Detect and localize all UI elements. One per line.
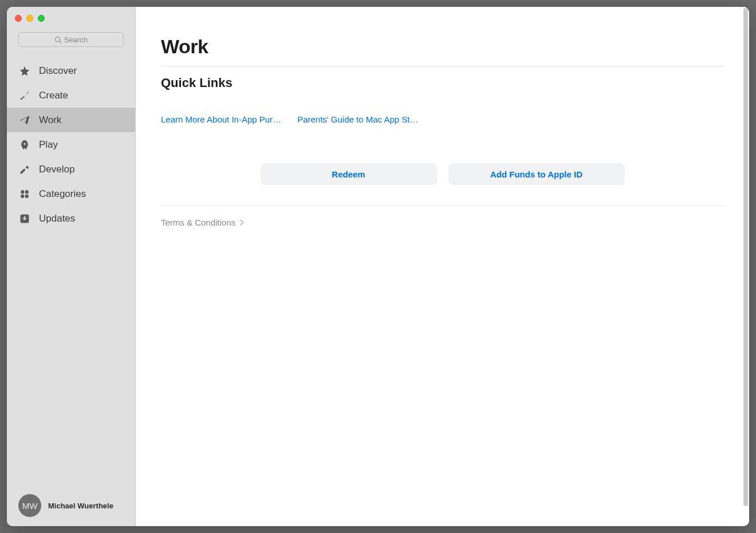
sidebar-item-label: Create — [39, 90, 68, 101]
download-icon — [18, 212, 31, 225]
grid-icon — [18, 188, 31, 200]
avatar: MW — [18, 494, 41, 517]
search-icon — [54, 36, 62, 44]
sidebar-item-updates[interactable]: Updates — [7, 206, 135, 231]
close-window-button[interactable] — [15, 15, 22, 22]
divider — [161, 206, 724, 206]
search-input[interactable]: Search — [18, 32, 124, 47]
terms-label: Terms & Conditions — [161, 218, 235, 227]
fullscreen-window-button[interactable] — [38, 15, 45, 22]
quick-links-row: Learn More About In-App Pur… Parents' Gu… — [161, 115, 724, 124]
hammer-icon — [18, 163, 31, 176]
search-placeholder: Search — [64, 35, 88, 44]
terms-and-conditions-link[interactable]: Terms & Conditions — [161, 218, 724, 227]
window-controls — [7, 7, 135, 27]
avatar-initials: MW — [22, 501, 38, 511]
redeem-button[interactable]: Redeem — [261, 163, 437, 185]
paperplane-icon — [18, 114, 31, 127]
sidebar-item-label: Play — [39, 139, 58, 151]
divider — [161, 66, 724, 66]
search-container: Search — [7, 27, 135, 55]
user-account-row[interactable]: MW Michael Wuerthele — [7, 485, 135, 526]
sidebar-item-create[interactable]: Create — [7, 83, 135, 108]
sidebar-item-label: Develop — [39, 164, 74, 175]
sidebar-item-work[interactable]: Work — [7, 108, 135, 132]
section-title: Quick Links — [161, 76, 724, 90]
sidebar-item-label: Discover — [39, 65, 77, 77]
sidebar-item-discover[interactable]: Discover — [7, 58, 135, 83]
scrollbar[interactable] — [743, 8, 748, 503]
add-funds-button[interactable]: Add Funds to Apple ID — [448, 163, 625, 185]
sidebar-item-label: Updates — [39, 213, 75, 224]
action-row: Redeem Add Funds to Apple ID — [161, 163, 724, 185]
quick-link-in-app-purchases[interactable]: Learn More About In-App Pur… — [161, 115, 281, 124]
sidebar-item-play[interactable]: Play — [7, 132, 135, 157]
minimize-window-button[interactable] — [26, 15, 33, 22]
nav-list: Discover Create Work Play — [7, 55, 135, 485]
svg-rect-3 — [25, 190, 29, 194]
sidebar-item-label: Work — [39, 115, 61, 126]
sidebar: Search Discover Create Work — [7, 7, 136, 526]
sidebar-item-label: Categories — [39, 188, 86, 200]
sidebar-item-develop[interactable]: Develop — [7, 157, 135, 181]
app-window: Search Discover Create Work — [7, 7, 749, 526]
scrollbar-thumb[interactable] — [743, 8, 748, 506]
user-name: Michael Wuerthele — [48, 502, 113, 510]
svg-rect-2 — [21, 190, 24, 194]
rocket-icon — [18, 139, 31, 151]
svg-line-1 — [60, 41, 61, 42]
main-content: Work Quick Links Learn More About In-App… — [136, 7, 749, 526]
svg-rect-4 — [21, 194, 24, 198]
paintbrush-icon — [18, 89, 31, 102]
chevron-right-icon — [240, 219, 244, 226]
sidebar-item-categories[interactable]: Categories — [7, 181, 135, 206]
star-icon — [18, 65, 31, 77]
page-title: Work — [161, 35, 724, 58]
quick-link-parents-guide[interactable]: Parents' Guide to Mac App St… — [297, 115, 418, 124]
svg-rect-5 — [25, 194, 29, 198]
